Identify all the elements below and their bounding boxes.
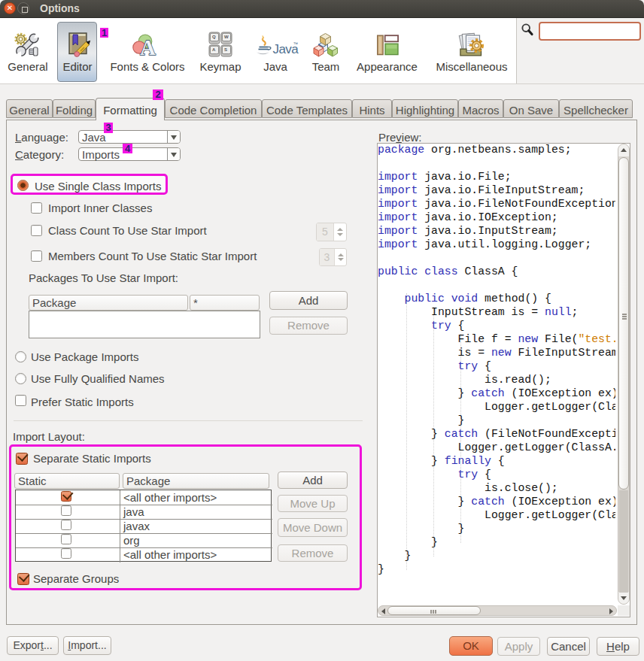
svg-text:Q: Q	[212, 35, 216, 39]
svg-text:A: A	[140, 35, 156, 59]
svg-text:A: A	[212, 47, 216, 52]
svg-text:™: ™	[293, 41, 299, 47]
svg-text:S: S	[224, 47, 227, 52]
svg-text:W: W	[224, 35, 229, 39]
